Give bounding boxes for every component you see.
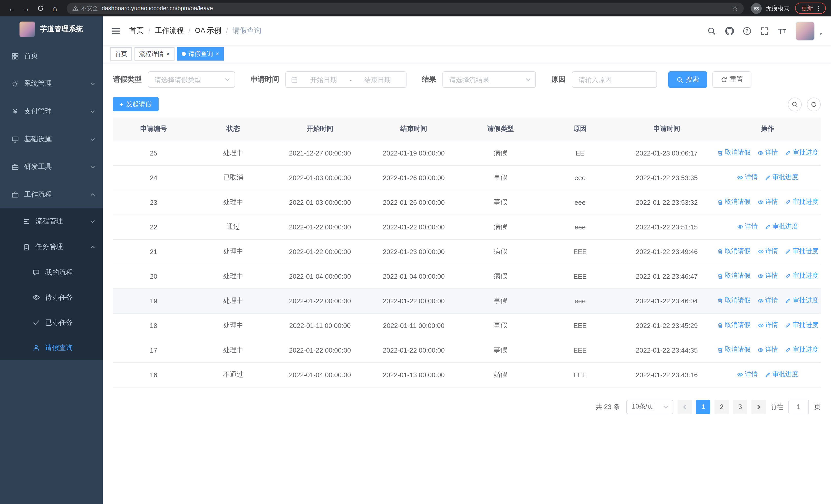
goto-page-input[interactable] bbox=[789, 399, 809, 414]
close-icon[interactable]: × bbox=[166, 51, 170, 57]
cancel-leave-link[interactable]: 取消请假 bbox=[717, 321, 750, 330]
approval-progress-link[interactable]: 审批进度 bbox=[785, 198, 819, 207]
sidebar-item-task-mgmt[interactable]: 任务管理 bbox=[0, 234, 103, 260]
cancel-leave-link[interactable]: 取消请假 bbox=[717, 198, 750, 207]
breadcrumb-home[interactable]: 首页 bbox=[130, 26, 144, 35]
tab-process-detail[interactable]: 流程详情 × bbox=[135, 47, 174, 61]
approval-progress-link[interactable]: 审批进度 bbox=[785, 272, 819, 280]
user-avatar[interactable] bbox=[796, 21, 814, 40]
cell-status: 处理中 bbox=[194, 264, 272, 289]
detail-link[interactable]: 详情 bbox=[757, 149, 778, 157]
detail-link[interactable]: 详情 bbox=[757, 296, 778, 305]
detail-link[interactable]: 详情 bbox=[737, 223, 757, 231]
cancel-leave-link[interactable]: 取消请假 bbox=[717, 296, 750, 305]
cancel-leave-link[interactable]: 取消请假 bbox=[717, 346, 750, 354]
toggle-search-button[interactable] bbox=[788, 97, 802, 111]
browser-reload-icon[interactable] bbox=[34, 2, 47, 15]
cell-start-time: 2022-01-11 00:00:00 bbox=[272, 313, 368, 338]
header-search-icon[interactable] bbox=[707, 26, 716, 35]
cell-status: 处理中 bbox=[194, 141, 272, 165]
github-icon[interactable] bbox=[725, 26, 734, 35]
approval-progress-link[interactable]: 审批进度 bbox=[785, 296, 819, 305]
cancel-leave-link[interactable]: 取消请假 bbox=[717, 272, 750, 280]
search-button[interactable]: 搜索 bbox=[668, 71, 707, 88]
sidebar-item-process-mgmt[interactable]: 流程管理 bbox=[0, 208, 103, 234]
security-warning[interactable]: 不安全 bbox=[73, 4, 98, 12]
reset-button[interactable]: 重置 bbox=[712, 71, 751, 88]
cell-apply-time: 2022-01-22 23:45:29 bbox=[619, 313, 715, 338]
fullscreen-icon[interactable] bbox=[760, 26, 769, 35]
cell-start-time: 2022-01-03 00:00:00 bbox=[272, 190, 368, 214]
reason-input[interactable] bbox=[578, 76, 650, 83]
browser-back-icon[interactable]: ← bbox=[5, 2, 19, 15]
browser-forward-icon[interactable]: → bbox=[20, 2, 33, 15]
cell-leave-type: 病假 bbox=[460, 264, 541, 289]
font-size-icon[interactable]: TT bbox=[778, 26, 786, 35]
next-page-button[interactable] bbox=[751, 399, 766, 414]
sidebar-item-payment-mgmt[interactable]: ¥ 支付管理 bbox=[0, 97, 103, 125]
approval-progress-link[interactable]: 审批进度 bbox=[765, 223, 798, 231]
refresh-table-button[interactable] bbox=[807, 97, 821, 111]
app-logo[interactable]: 芋道管理系统 bbox=[0, 17, 103, 42]
leave-type-select[interactable] bbox=[148, 71, 235, 88]
breadcrumb-workflow[interactable]: 工作流程 bbox=[155, 26, 184, 35]
browser-home-icon[interactable]: ⌂ bbox=[48, 2, 62, 15]
table-row: 22 通过 2022-01-22 00:00:00 2022-01-22 00:… bbox=[113, 214, 821, 239]
detail-link[interactable]: 详情 bbox=[757, 247, 778, 256]
approval-progress-link[interactable]: 审批进度 bbox=[765, 173, 798, 182]
tab-home[interactable]: 首页 bbox=[110, 47, 132, 61]
approval-progress-link[interactable]: 审批进度 bbox=[785, 346, 819, 354]
cell-start-time: 2022-01-22 00:00:00 bbox=[272, 289, 368, 313]
close-icon[interactable]: × bbox=[216, 51, 219, 57]
help-icon[interactable]: ? bbox=[743, 27, 751, 35]
page-size-select[interactable]: 10条/页 bbox=[626, 399, 674, 414]
user-menu-caret-icon[interactable]: ▼ bbox=[819, 32, 823, 36]
sidebar-item-todo-tasks[interactable]: 待办任务 bbox=[0, 285, 103, 310]
leave-type-input[interactable] bbox=[154, 76, 224, 83]
eye-icon bbox=[32, 294, 40, 301]
cell-leave-type: 病假 bbox=[460, 141, 541, 165]
sidebar-item-workflow[interactable]: 工作流程 bbox=[0, 181, 103, 208]
list-icon bbox=[23, 217, 30, 225]
end-date-input[interactable] bbox=[354, 76, 401, 83]
cell-actions: 取消请假 详情 审批进度 bbox=[715, 264, 821, 289]
approval-progress-link[interactable]: 审批进度 bbox=[765, 370, 798, 379]
reason-field[interactable] bbox=[572, 71, 657, 88]
result-select[interactable] bbox=[442, 71, 536, 88]
sidebar-item-infrastructure[interactable]: 基础设施 bbox=[0, 125, 103, 153]
detail-link[interactable]: 详情 bbox=[757, 198, 778, 207]
sidebar-toggle-icon[interactable] bbox=[111, 26, 121, 36]
bookmark-star-icon[interactable]: ☆ bbox=[732, 4, 738, 12]
detail-link[interactable]: 详情 bbox=[757, 321, 778, 330]
sidebar-item-done-tasks[interactable]: 已办任务 bbox=[0, 310, 103, 335]
sidebar-item-home[interactable]: 首页 bbox=[0, 42, 103, 70]
result-input[interactable] bbox=[449, 76, 525, 83]
create-leave-button[interactable]: + 发起请假 bbox=[113, 97, 159, 111]
browser-menu-icon[interactable]: ⋮ bbox=[815, 5, 822, 12]
address-bar[interactable]: 不安全 dashboard.yudao.iocoder.cn/bpm/oa/le… bbox=[67, 2, 744, 14]
sidebar-item-dev-tools[interactable]: 研发工具 bbox=[0, 153, 103, 181]
detail-link[interactable]: 详情 bbox=[737, 370, 757, 379]
trash-icon bbox=[717, 273, 723, 279]
browser-update-button[interactable]: 更新 ⋮ bbox=[795, 3, 826, 14]
detail-link[interactable]: 详情 bbox=[757, 346, 778, 354]
start-date-input[interactable] bbox=[300, 76, 347, 83]
page-number-button[interactable]: 1 bbox=[696, 399, 710, 414]
cancel-leave-link[interactable]: 取消请假 bbox=[717, 149, 750, 157]
approval-progress-link[interactable]: 审批进度 bbox=[785, 247, 819, 256]
tab-leave-query[interactable]: 请假查询 × bbox=[177, 47, 224, 61]
apply-time-range[interactable]: - bbox=[285, 71, 406, 88]
approval-progress-link[interactable]: 审批进度 bbox=[785, 149, 819, 157]
col-header-reason: 原因 bbox=[541, 118, 619, 141]
sidebar-item-system-mgmt[interactable]: 系统管理 bbox=[0, 70, 103, 97]
detail-link[interactable]: 详情 bbox=[757, 272, 778, 280]
prev-page-button[interactable] bbox=[678, 399, 692, 414]
sidebar-item-my-process[interactable]: 我的流程 bbox=[0, 260, 103, 285]
page-number-button[interactable]: 3 bbox=[733, 399, 747, 414]
sidebar-item-leave-query[interactable]: 请假查询 bbox=[0, 335, 103, 360]
breadcrumb-oa-example[interactable]: OA 示例 bbox=[195, 26, 222, 35]
cancel-leave-link[interactable]: 取消请假 bbox=[717, 247, 750, 256]
page-number-button[interactable]: 2 bbox=[715, 399, 729, 414]
detail-link[interactable]: 详情 bbox=[737, 173, 757, 182]
approval-progress-link[interactable]: 审批进度 bbox=[785, 321, 819, 330]
